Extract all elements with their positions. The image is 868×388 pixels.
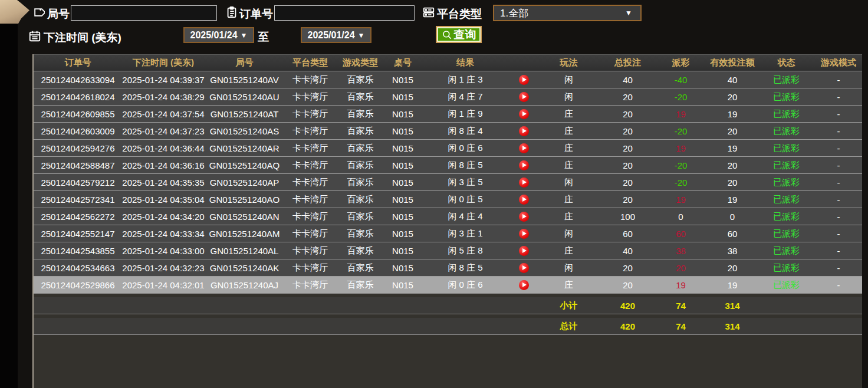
cell-round: GN015251240AN [205,212,284,222]
total-payout: 74 [656,321,706,331]
subtotal-row: 小计 420 74 314 [34,297,862,314]
order-label: 订单号 [239,6,273,22]
table-row[interactable]: 2501240426180242025-01-24 04:38:29GN0152… [34,88,862,106]
platform-selected-value: 1.全部 [500,6,528,20]
play-icon[interactable] [519,109,529,119]
table-row[interactable]: 2501240426030092025-01-24 04:37:23GN0152… [34,123,862,140]
play-icon[interactable] [519,143,529,153]
cell-platform: 卡卡湾厅 [284,262,336,274]
column-header-2: 局号 [205,57,284,68]
table-row[interactable]: 2501240425298662025-01-24 04:32:01GN0152… [34,277,862,294]
cell-replay [509,160,538,171]
cell-result: 闲 0 庄 5 [421,194,509,205]
cell-play: 庄 [538,245,600,257]
cell-replay [509,108,538,120]
cell-order: 250124042572341 [34,195,122,205]
cell-mode: - [814,177,863,188]
cell-time: 2025-01-24 04:37:54 [122,109,205,119]
cell-status: 已派彩 [759,108,814,120]
round-input[interactable] [71,5,217,21]
cell-status: 已派彩 [759,91,814,103]
cell-total-bet: 60 [600,229,656,239]
play-icon[interactable] [519,229,529,239]
platform-select[interactable]: 1.全部 ▼ [493,5,642,21]
date-to-select[interactable]: 2025/01/24 ▼ [301,27,371,43]
play-icon[interactable] [519,263,529,273]
cell-platform: 卡卡湾厅 [284,74,336,86]
cell-mode: - [814,143,863,153]
search-button[interactable]: 查询 [436,26,482,43]
cell-result: 闲 5 庄 8 [421,245,509,257]
play-icon[interactable] [519,212,529,222]
total-row: 总计 420 74 314 [34,318,862,335]
play-icon[interactable] [519,177,529,188]
table-row[interactable]: 2501240425884872025-01-24 04:36:16GN0152… [34,157,862,174]
cell-mode: - [814,280,863,290]
cell-time: 2025-01-24 04:38:29 [122,92,205,102]
cell-mode: - [814,229,863,239]
cell-platform: 卡卡湾厅 [284,91,336,103]
table-row[interactable]: 2501240425438552025-01-24 04:33:00GN0152… [34,242,862,259]
cell-platform: 卡卡湾厅 [284,160,336,171]
table-header-row: 订单号下注时间 (美东)局号平台类型游戏类型桌号结果玩法总投注派彩有效投注额状态… [34,54,862,71]
cell-total-bet: 20 [600,280,656,290]
play-icon[interactable] [519,246,529,256]
subtotal-label: 小计 [538,300,600,311]
total-valid-bet: 314 [706,321,759,331]
cell-time: 2025-01-24 04:37:23 [122,126,205,136]
play-icon[interactable] [519,195,529,205]
cell-round: GN015251240AO [205,195,284,205]
cell-time: 2025-01-24 04:35:04 [122,195,205,205]
cell-order: 250124042562272 [34,212,122,222]
play-icon[interactable] [519,280,529,290]
server-icon [422,6,435,19]
table-row[interactable]: 2501240425723412025-01-24 04:35:04GN0152… [34,191,862,208]
cell-game: 百家乐 [336,91,384,103]
table-row[interactable]: 2501240426330942025-01-24 04:39:37GN0152… [34,71,862,88]
cell-mode: - [814,75,863,85]
cell-platform: 卡卡湾厅 [284,108,336,120]
cell-total-bet: 40 [600,246,656,256]
cell-mode: - [814,160,863,170]
table-row[interactable]: 2501240425521472025-01-24 04:33:34GN0152… [34,225,862,242]
table-row[interactable]: 2501240425792122025-01-24 04:35:35GN0152… [34,174,862,191]
play-icon[interactable] [519,160,529,170]
cell-result: 闲 8 庄 5 [421,160,509,171]
table-row[interactable]: 2501240425346632025-01-24 04:32:23GN0152… [34,259,862,277]
cell-mode: - [814,109,863,119]
cell-replay [509,211,538,222]
order-input[interactable] [274,5,415,21]
column-header-10: 派彩 [656,57,706,68]
cell-platform: 卡卡湾厅 [284,228,336,239]
cell-order: 250124042588487 [34,160,122,170]
cell-table: N015 [384,109,421,119]
play-icon[interactable] [519,75,529,85]
cell-play: 庄 [538,143,600,154]
cell-status: 已派彩 [759,143,814,154]
cell-total-bet: 20 [600,195,656,205]
cell-result: 闲 8 庄 5 [421,262,509,274]
cell-game: 百家乐 [336,108,384,120]
column-header-0: 订单号 [34,57,122,68]
table-row[interactable]: 2501240425942762025-01-24 04:36:44GN0152… [34,140,862,157]
date-from-select[interactable]: 2025/01/24 ▼ [183,27,254,43]
cell-valid-bet: 19 [706,280,759,290]
cell-round: GN015251240AP [205,177,284,188]
table-row[interactable]: 2501240426098552025-01-24 04:37:54GN0152… [34,106,862,123]
cell-result: 闲 4 庄 4 [421,211,509,222]
cell-payout: -20 [656,160,706,170]
platform-label: 平台类型 [437,6,482,22]
subtotal-total-bet: 420 [600,301,656,311]
cell-time: 2025-01-24 04:34:20 [122,212,205,222]
cell-game: 百家乐 [336,262,384,274]
cell-play: 闲 [538,228,600,239]
cell-valid-bet: 19 [706,195,759,205]
total-label: 总计 [538,321,600,332]
cell-platform: 卡卡湾厅 [284,245,336,257]
play-icon[interactable] [519,92,529,102]
chevron-down-icon: ▼ [358,31,365,40]
play-icon[interactable] [519,126,529,136]
total-total-bet: 420 [600,321,656,331]
table-row[interactable]: 2501240425622722025-01-24 04:34:20GN0152… [34,208,862,225]
cell-status: 已派彩 [759,262,814,274]
